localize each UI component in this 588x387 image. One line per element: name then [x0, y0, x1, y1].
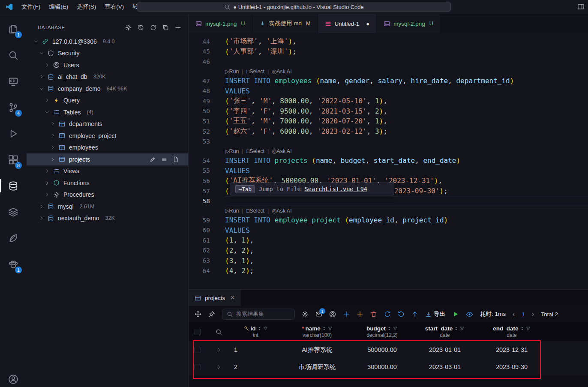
pencil-icon[interactable]	[150, 156, 156, 162]
history-icon[interactable]	[138, 24, 144, 31]
codelens-run[interactable]: ▷Run	[225, 208, 239, 214]
tree-item-departments[interactable]: departments	[27, 118, 188, 130]
editor[interactable]: 44('市场部', '上海'),45('人事部', '深圳');46▷Run|□…	[189, 33, 588, 289]
export-button[interactable]: 导出	[425, 310, 445, 318]
hamburger-icon[interactable]	[161, 156, 167, 162]
activity-bar-item-leaf[interactable]	[0, 225, 27, 251]
dirty-indicator[interactable]: ●	[366, 21, 369, 27]
menu-item-3[interactable]: 查看(V)	[101, 1, 128, 12]
cell-start_date[interactable]: 2023-01-01	[411, 346, 479, 353]
tree-item-nextauth_demo[interactable]: nextauth_demo32K	[27, 213, 188, 225]
tree-item-employee_project[interactable]: employee_project	[27, 130, 188, 142]
activity-bar-item-search[interactable]	[0, 42, 27, 68]
cell-id[interactable]: 2	[231, 363, 281, 370]
column-header-name[interactable]: *namevarchar(100)	[281, 325, 354, 338]
tree-item-query[interactable]: Query	[27, 95, 188, 107]
column-header-start_date[interactable]: start_datedate	[411, 325, 479, 338]
activity-bar-item-layers[interactable]	[0, 199, 27, 225]
cell-name[interactable]: AI推荐系统	[281, 346, 354, 354]
tree-item-projects[interactable]: projects	[27, 153, 188, 165]
menu-item-2[interactable]: 选择(S)	[73, 1, 100, 12]
filter-icon[interactable]	[328, 326, 333, 331]
cell-end_date[interactable]: 2023-09-30	[479, 363, 544, 370]
add-connection-icon[interactable]	[175, 24, 181, 31]
tab-mysql-1-png[interactable]: mysql-1.pngU	[189, 14, 252, 33]
activity-bar-item-extensions[interactable]: 8	[0, 147, 27, 173]
cell-budget[interactable]: 300000.00	[354, 363, 411, 370]
cell-end_date[interactable]: 2023-12-31	[479, 346, 544, 353]
file-icon[interactable]	[173, 156, 179, 162]
tab-untitled-1[interactable]: Untitled-1●	[318, 14, 377, 33]
chevron-right-icon[interactable]	[50, 145, 56, 150]
tree-item-mysql[interactable]: mysql2.61M	[27, 201, 188, 213]
settings-icon[interactable]	[125, 24, 132, 31]
filter-icon[interactable]	[263, 326, 268, 331]
column-header-id[interactable]: idint	[231, 325, 281, 338]
activity-bar-item-source-control[interactable]: 4	[0, 94, 27, 120]
sort-icon[interactable]	[520, 326, 525, 331]
result-row-2[interactable]: 2市场调研系统300000.002023-03-012023-09-30	[189, 358, 588, 375]
command-center[interactable]: ● Untitled-1 - gouxinjie.github.io - Vis…	[137, 2, 451, 12]
codelens-run[interactable]: ▷Run	[225, 148, 239, 154]
tree-item-employees[interactable]: employees	[27, 142, 188, 154]
settings-icon[interactable]	[302, 311, 309, 318]
feedback-icon[interactable]: 1	[315, 311, 322, 318]
commit-icon[interactable]	[411, 311, 418, 318]
menu-item-0[interactable]: 文件(F)	[18, 1, 44, 12]
chevron-right-icon[interactable]	[50, 133, 56, 138]
chevron-down-icon[interactable]	[39, 86, 45, 91]
codelens-select[interactable]: □Select	[246, 69, 264, 75]
chevron-right-icon[interactable]	[39, 204, 45, 209]
panel-tab-projects[interactable]: projects ×	[189, 290, 241, 306]
next-page-icon[interactable]: ›	[532, 311, 534, 318]
filter-icon[interactable]	[393, 326, 398, 331]
page-number[interactable]: 1	[522, 311, 525, 318]
menu-item-1[interactable]: 编辑(E)	[45, 1, 72, 12]
refresh-icon[interactable]	[384, 311, 391, 318]
tree-item-procedures[interactable]: Procedures	[27, 189, 188, 201]
chevron-right-icon[interactable]	[39, 216, 45, 221]
tab--md[interactable]: 实战使用.mdM	[252, 14, 318, 33]
chevron-right-icon[interactable]	[45, 180, 51, 186]
chevron-right-icon[interactable]	[50, 121, 56, 126]
tree-item-company_demo[interactable]: company_demo64K 96K	[27, 83, 188, 95]
sort-icon[interactable]	[322, 326, 327, 331]
cell-budget[interactable]: 500000.00	[354, 346, 411, 353]
chevron-down-icon[interactable]	[33, 39, 39, 44]
close-icon[interactable]: ×	[231, 294, 234, 301]
prev-page-icon[interactable]: ‹	[513, 311, 515, 318]
chevron-right-icon[interactable]	[50, 157, 56, 162]
copy-row-icon[interactable]	[357, 311, 363, 318]
activity-bar-item-account[interactable]	[0, 367, 27, 387]
layout-icon[interactable]	[577, 3, 585, 10]
chevron-right-icon[interactable]	[45, 63, 51, 68]
codelens-ask-ai[interactable]: ◎Ask AI	[272, 69, 291, 75]
insert-row-icon[interactable]	[343, 311, 350, 318]
cell-name[interactable]: 市场调研系统	[281, 363, 354, 371]
tooltip-file-link[interactable]: SearchList.vue L94	[305, 186, 367, 192]
revert-icon[interactable]	[398, 311, 405, 318]
activity-bar-item-ai-assistant[interactable]: 1	[0, 251, 27, 277]
delete-row-icon[interactable]	[370, 311, 377, 318]
chevron-down-icon[interactable]	[39, 51, 45, 56]
tree-item-127.0.0.1@3306[interactable]: 127.0.0.1@33069.4.0	[27, 36, 188, 48]
tab-mysql-2-png[interactable]: mysql-2.pngU	[377, 14, 441, 33]
collapse-all-icon[interactable]	[162, 24, 169, 31]
filter-icon[interactable]	[460, 326, 465, 331]
cell-start_date[interactable]: 2023-03-01	[411, 363, 479, 370]
row-search-icon[interactable]	[216, 329, 222, 335]
sort-icon[interactable]	[257, 326, 262, 331]
move-icon[interactable]	[195, 311, 201, 318]
row-checkbox[interactable]	[195, 364, 201, 370]
tree-item-views[interactable]: Views	[27, 165, 188, 177]
preview-icon[interactable]	[466, 311, 473, 318]
codelens-ask-ai[interactable]: ◎Ask AI	[272, 208, 291, 214]
activity-bar-item-explorer[interactable]: 1	[0, 16, 27, 42]
activity-bar-item-remote[interactable]	[0, 68, 27, 94]
select-all-checkbox[interactable]	[195, 329, 201, 335]
chevron-right-icon[interactable]	[45, 98, 51, 103]
column-header-end_date[interactable]: end_datedate	[479, 325, 544, 338]
row-expand-icon[interactable]	[216, 364, 222, 370]
row-checkbox[interactable]	[195, 347, 201, 353]
result-search-input[interactable]: 搜索结果集	[222, 309, 295, 320]
